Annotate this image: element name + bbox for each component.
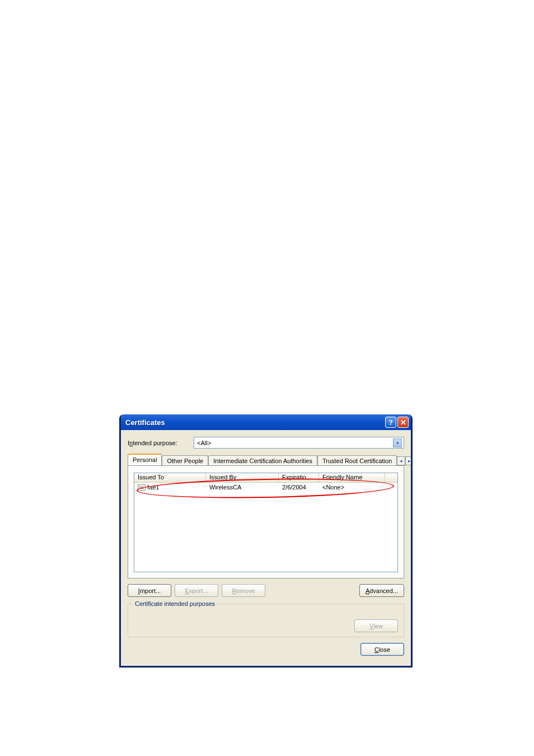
tab-trusted-root-ca[interactable]: Trusted Root Certification: [317, 455, 397, 466]
remove-button: Remove: [222, 584, 265, 597]
cell-issued-to: fae1: [134, 484, 206, 491]
column-issued-to[interactable]: Issued To: [134, 473, 206, 482]
tab-strip: Personal Other People Intermediate Certi…: [128, 453, 404, 465]
certificate-icon: [138, 484, 146, 491]
cert-purposes-fieldset: Certificate intended purposes View: [128, 604, 404, 637]
cell-friendly-name: <None>: [319, 484, 385, 491]
export-button: Export...: [175, 584, 218, 597]
tab-other-people[interactable]: Other People: [162, 455, 208, 466]
close-row: Close: [128, 643, 404, 656]
tab-scroll-left-icon[interactable]: ◂: [397, 456, 405, 465]
tab-intermediate-ca[interactable]: Intermediate Certification Authorities: [208, 455, 317, 466]
window-title: Certificates: [125, 418, 384, 427]
column-issued-by[interactable]: Issued By: [206, 473, 279, 482]
tab-personal[interactable]: Personal: [128, 454, 162, 465]
column-expiration[interactable]: Expiratio...: [279, 473, 319, 482]
cell-expiration: 2/6/2004: [279, 484, 319, 491]
titlebar[interactable]: Certificates ? ✕: [121, 414, 411, 430]
dialog-body: Intended purpose: <All> ▾ Personal Other…: [121, 430, 411, 660]
tab-scroll-right-icon[interactable]: ▸: [405, 456, 413, 465]
help-button[interactable]: ?: [385, 417, 396, 428]
window-close-button[interactable]: ✕: [397, 417, 409, 428]
import-button[interactable]: Import...: [128, 584, 171, 597]
chevron-down-icon[interactable]: ▾: [393, 438, 402, 447]
certificate-listview[interactable]: Issued To Issued By Expiratio... Friendl…: [134, 473, 398, 572]
action-button-row: Import... Export... Remove Advanced...: [128, 584, 404, 597]
advanced-button[interactable]: Advanced...: [359, 584, 404, 597]
cell-issued-by: WirelessCA: [206, 484, 279, 491]
cert-purposes-legend: Certificate intended purposes: [133, 600, 217, 607]
tab-scroll: ◂ ▸: [397, 456, 413, 465]
listview-header: Issued To Issued By Expiratio... Friendl…: [134, 473, 397, 483]
intended-purpose-row: Intended purpose: <All> ▾: [128, 437, 404, 449]
column-friendly-name[interactable]: Friendly Name: [319, 473, 385, 482]
intended-purpose-dropdown[interactable]: <All> ▾: [194, 437, 404, 449]
certificates-dialog: Certificates ? ✕ Intended purpose: <All>…: [119, 414, 413, 668]
intended-purpose-label: Intended purpose:: [128, 440, 194, 446]
tab-panel-personal: Issued To Issued By Expiratio... Friendl…: [128, 465, 404, 578]
view-button: View: [354, 619, 398, 632]
table-row[interactable]: fae1 WirelessCA 2/6/2004 <None>: [134, 483, 397, 492]
intended-purpose-value: <All>: [197, 440, 393, 446]
close-button[interactable]: Close: [360, 643, 404, 656]
